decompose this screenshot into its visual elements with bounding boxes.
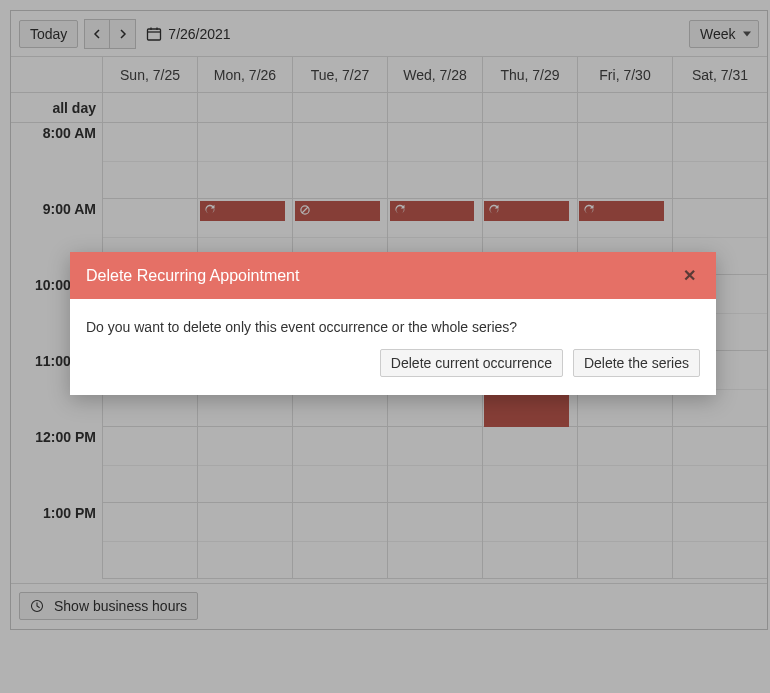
dialog-title: Delete Recurring Appointment (86, 267, 299, 285)
dialog-close-button[interactable]: ✕ (679, 266, 700, 285)
dialog-message: Do you want to delete only this event oc… (70, 299, 716, 349)
delete-series-button[interactable]: Delete the series (573, 349, 700, 377)
delete-current-occurrence-button[interactable]: Delete current occurrence (380, 349, 563, 377)
delete-recurring-dialog: Delete Recurring Appointment ✕ Do you wa… (70, 252, 716, 395)
dialog-header: Delete Recurring Appointment ✕ (70, 252, 716, 299)
dialog-actions: Delete current occurrence Delete the ser… (70, 349, 716, 395)
close-icon: ✕ (683, 267, 696, 284)
